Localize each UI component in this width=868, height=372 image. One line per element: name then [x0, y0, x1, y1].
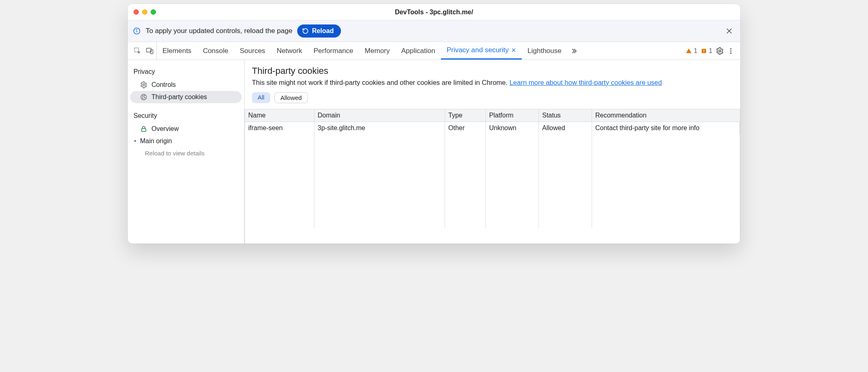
panel-subtitle-text: This site might not work if third-party … [252, 79, 510, 86]
tab-network[interactable]: Network [271, 42, 308, 60]
window-title: DevTools - 3pc.glitch.me/ [128, 9, 740, 16]
sidebar-item-label: Main origin [140, 137, 172, 145]
tab-sources[interactable]: Sources [234, 42, 271, 60]
inspect-element-icon[interactable] [134, 47, 142, 55]
learn-more-link[interactable]: Learn more about how third-party cookies… [510, 79, 662, 86]
svg-rect-12 [703, 52, 704, 52]
filter-chip-all[interactable]: All [252, 92, 270, 103]
table-body: iframe-seen 3p-site.glitch.me Other Unkn… [245, 122, 740, 244]
cell-recommendation[interactable]: Contact third-party site for more info [592, 122, 740, 134]
sidebar-main-origin-detail: Reload to view details [128, 147, 244, 159]
filter-chips: All Allowed [252, 92, 733, 103]
tab-lighthouse[interactable]: Lighthouse [522, 42, 567, 60]
reload-button-label: Reload [312, 27, 334, 35]
svg-point-21 [142, 98, 143, 99]
sidebar: Privacy Controls Third-party cookies Sec… [128, 60, 245, 244]
tab-close-icon[interactable] [511, 48, 516, 53]
warning-count-value: 1 [694, 47, 697, 55]
sidebar-group-privacy: Privacy [128, 65, 244, 79]
banner-text: To apply your updated controls, reload t… [146, 27, 292, 35]
tab-privacy-security[interactable]: Privacy and security [441, 42, 522, 60]
svg-point-15 [730, 50, 732, 51]
minimize-window-button[interactable] [142, 9, 147, 15]
sidebar-main-origin[interactable]: Main origin [128, 135, 244, 147]
sidebar-item-third-party-cookies[interactable]: Third-party cookies [130, 91, 242, 103]
titlebar: DevTools - 3pc.glitch.me/ [128, 4, 740, 20]
col-status[interactable]: Status [539, 109, 592, 122]
col-name[interactable]: Name [245, 109, 314, 122]
issues-indicator[interactable]: 1 [701, 47, 712, 55]
cell-name[interactable]: iframe-seen [245, 122, 314, 134]
svg-rect-23 [142, 128, 146, 131]
info-icon [133, 27, 141, 35]
settings-gear-icon[interactable] [716, 47, 724, 55]
device-toggle-icon[interactable] [146, 47, 154, 55]
banner-close-button[interactable] [726, 27, 733, 35]
tabstrip: Elements Console Sources Network Perform… [128, 42, 740, 60]
col-platform[interactable]: Platform [486, 109, 539, 122]
cookies-table: Name Domain Type Platform Status Recomme… [245, 109, 740, 244]
svg-point-22 [145, 97, 145, 98]
svg-point-14 [730, 48, 732, 49]
col-type[interactable]: Type [445, 109, 486, 122]
panel-title: Third-party cookies [252, 66, 733, 76]
lock-icon [140, 125, 147, 133]
reload-button[interactable]: Reload [297, 24, 341, 38]
sidebar-item-label: Third-party cookies [151, 93, 207, 101]
table-header: Name Domain Type Platform Status Recomme… [245, 109, 740, 122]
cell-domain[interactable]: 3p-site.glitch.me [314, 122, 445, 134]
tab-performance[interactable]: Performance [308, 42, 359, 60]
svg-point-1 [137, 29, 137, 30]
tab-elements[interactable]: Elements [157, 42, 197, 60]
panel-tabs: Elements Console Sources Network Perform… [157, 42, 581, 60]
issue-count-value: 1 [709, 47, 712, 55]
svg-point-13 [719, 50, 721, 52]
kebab-menu-icon[interactable] [727, 47, 734, 55]
sidebar-item-label: Controls [151, 81, 176, 89]
svg-point-19 [142, 96, 143, 97]
cookie-icon [140, 93, 147, 101]
reload-icon [302, 28, 309, 34]
reload-banner: To apply your updated controls, reload t… [128, 20, 740, 42]
sidebar-item-overview[interactable]: Overview [128, 123, 244, 135]
sidebar-item-controls[interactable]: Controls [128, 79, 244, 91]
more-tabs-icon[interactable] [567, 47, 581, 55]
tab-console[interactable]: Console [197, 42, 234, 60]
sidebar-item-label: Overview [151, 125, 179, 133]
svg-point-17 [143, 84, 145, 86]
warning-triangle-icon [685, 48, 692, 54]
maximize-window-button[interactable] [151, 9, 156, 15]
svg-point-20 [144, 95, 145, 96]
col-domain[interactable]: Domain [314, 109, 445, 122]
cell-platform[interactable]: Unknown [486, 122, 539, 134]
warnings-indicator[interactable]: 1 [685, 47, 697, 55]
col-recommendation[interactable]: Recommendation [592, 109, 740, 122]
tab-memory[interactable]: Memory [359, 42, 395, 60]
sidebar-main-origin-subtext: Reload to view details [145, 150, 205, 157]
traffic-lights [134, 9, 156, 15]
svg-point-16 [730, 52, 732, 53]
devtools-window: DevTools - 3pc.glitch.me/ To apply your … [128, 4, 740, 244]
gear-icon [140, 81, 147, 89]
chevron-down-icon [133, 139, 138, 144]
panel-subtitle: This site might not work if third-party … [252, 79, 733, 86]
main-panel: Third-party cookies This site might not … [245, 60, 740, 244]
cell-status[interactable]: Allowed [539, 122, 592, 134]
close-window-button[interactable] [134, 9, 139, 15]
filter-chip-allowed[interactable]: Allowed [274, 92, 308, 103]
cell-type[interactable]: Other [445, 122, 486, 134]
issue-flag-icon [701, 48, 707, 54]
svg-rect-11 [703, 49, 704, 51]
tab-application[interactable]: Application [396, 42, 441, 60]
svg-point-18 [141, 94, 147, 100]
svg-rect-7 [151, 49, 153, 53]
sidebar-group-security: Security [128, 109, 244, 123]
